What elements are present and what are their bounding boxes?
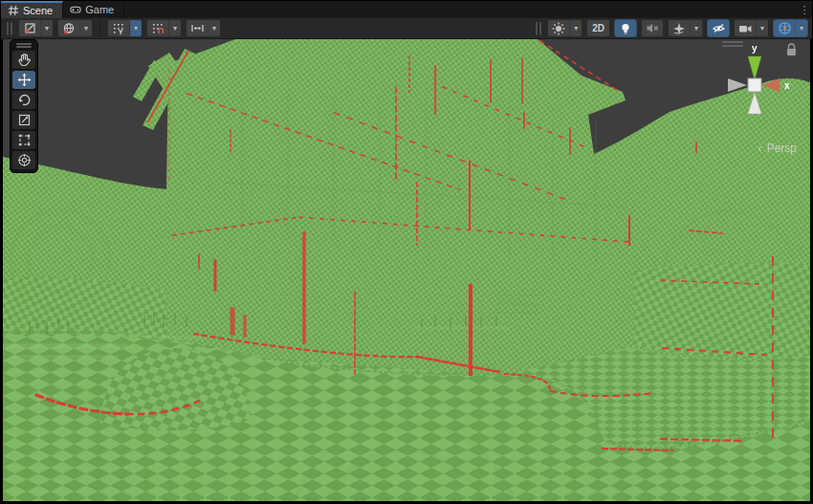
tabbar-menu-button[interactable]: ⋮ <box>797 1 812 18</box>
hidden-overlay-handle[interactable] <box>722 41 743 47</box>
rect-tool-button[interactable] <box>12 131 35 149</box>
gizmo-down-cone[interactable] <box>748 93 761 114</box>
effects-button[interactable]: ▾ <box>668 19 703 37</box>
lock-icon[interactable] <box>787 44 796 55</box>
rect-icon <box>17 133 32 147</box>
scene-grid-icon <box>8 5 19 16</box>
scene-lighting-button[interactable] <box>614 19 637 37</box>
gizmos-button[interactable]: ▾ <box>773 19 808 37</box>
persp-label: Persp <box>767 142 797 155</box>
grid-plane-icon: Y <box>108 20 129 36</box>
pivot-icon <box>19 20 40 36</box>
grid-snap-dropdown-arrow[interactable]: ▾ <box>168 20 181 36</box>
camera-icon <box>735 20 756 36</box>
scene-canvas[interactable] <box>3 39 812 503</box>
rotate-icon <box>17 93 32 107</box>
tab-scene-label: Scene <box>23 5 53 16</box>
gizmos-sphere-icon <box>774 20 795 36</box>
rotate-tool-button[interactable] <box>12 91 35 109</box>
scene-visibility-button[interactable] <box>707 19 730 37</box>
grid-snapping-button[interactable]: ▾ <box>146 19 182 37</box>
gizmo-left-cone[interactable] <box>728 78 747 92</box>
gizmos-dropdown-arrow[interactable]: ▾ <box>795 20 807 36</box>
move-tool-button[interactable] <box>12 71 35 89</box>
speaker-muted-icon <box>642 20 663 36</box>
rendering-debug-button[interactable]: ▾ <box>547 19 582 37</box>
projection-toggle[interactable]: ‹ Persp <box>758 141 797 155</box>
pivot-dropdown-arrow[interactable]: ▾ <box>40 20 53 36</box>
view-options-overlay-handle[interactable] <box>536 22 541 35</box>
gizmo-x-cone[interactable] <box>762 78 780 92</box>
grid-plane-dropdown-arrow[interactable]: ▾ <box>129 20 142 36</box>
orientation-dropdown-arrow[interactable]: ▾ <box>79 20 92 36</box>
increment-snap-dropdown-arrow[interactable]: ▾ <box>208 20 220 36</box>
gizmo-center-cube[interactable] <box>748 78 761 92</box>
rendering-debug-dropdown-arrow[interactable]: ▾ <box>569 20 582 36</box>
2d-toggle-button[interactable]: 2D <box>586 19 610 37</box>
effects-dropdown-arrow[interactable]: ▾ <box>690 20 702 36</box>
scale-icon <box>17 113 32 127</box>
tab-game[interactable]: Game <box>63 1 124 18</box>
scene-view-toolbar: ▾ ▾ <box>1 18 812 39</box>
move-icon <box>17 73 32 87</box>
pivot-mode-button[interactable]: ▾ <box>18 19 54 37</box>
tools-overlay <box>10 39 38 173</box>
camera-settings-button[interactable]: ▾ <box>734 19 769 37</box>
tab-game-label: Game <box>85 4 114 15</box>
gizmo-x-label: x <box>784 80 790 91</box>
transform-icon <box>17 153 32 167</box>
effects-star-icon <box>669 20 690 36</box>
view-hand-tool-button[interactable] <box>12 51 35 69</box>
scene-viewport[interactable]: y x ‹ Persp <box>1 39 812 503</box>
tools-overlay-handle[interactable] <box>16 42 32 49</box>
gamepad-icon <box>70 4 81 15</box>
orientation-gizmo[interactable]: y x <box>720 41 802 137</box>
increment-snap-icon <box>187 20 208 36</box>
view-tabbar: Scene Game ⋮ <box>1 1 812 18</box>
grid-plane-button[interactable]: Y ▾ <box>107 19 143 37</box>
2d-label: 2D <box>587 23 609 33</box>
increment-snap-button[interactable]: ▾ <box>186 19 221 37</box>
svg-text:Y: Y <box>119 29 123 35</box>
eye-slash-icon <box>708 20 729 36</box>
hand-icon <box>17 53 32 67</box>
camera-dropdown-arrow[interactable]: ▾ <box>756 20 768 36</box>
grid-snap-icon <box>147 20 168 36</box>
transform-tool-button[interactable] <box>12 151 35 169</box>
tabbar-spacer <box>124 1 797 18</box>
toolbar-separator <box>99 21 100 36</box>
unity-editor-window: Scene Game ⋮ ▾ <box>0 0 813 504</box>
tool-settings-overlay-handle[interactable] <box>7 22 12 35</box>
tab-scene[interactable]: Scene <box>1 1 63 18</box>
lightbulb-icon <box>615 20 636 36</box>
gizmo-y-cone[interactable] <box>748 56 761 79</box>
orientation-mode-button[interactable]: ▾ <box>57 19 93 37</box>
sun-debug-icon <box>548 20 569 36</box>
persp-chevron-icon: ‹ <box>758 141 761 155</box>
audio-toggle-button[interactable] <box>641 19 664 37</box>
view-options-cluster: ▾ 2D <box>534 19 808 37</box>
scale-tool-button[interactable] <box>12 111 35 129</box>
gizmo-y-label: y <box>752 43 758 54</box>
globe-icon <box>58 20 79 36</box>
